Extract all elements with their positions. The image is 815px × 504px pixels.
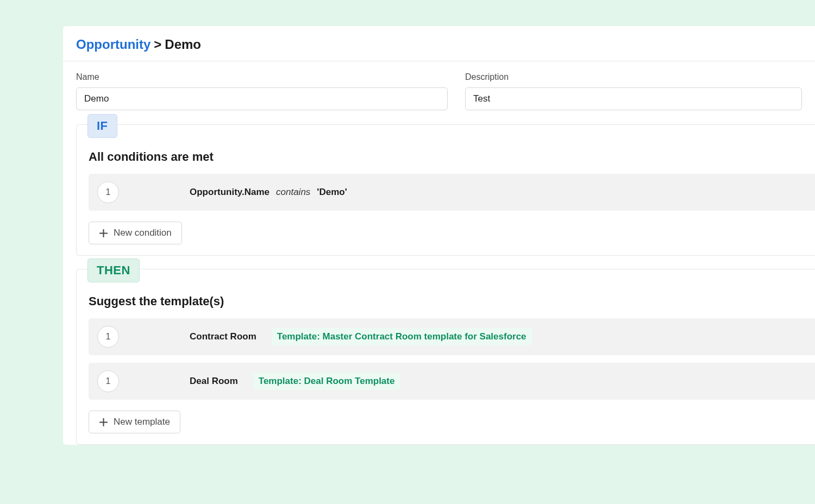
condition-field: Opportunity.Name (190, 187, 269, 198)
if-section: IF All conditions are met 1 Opportunity.… (76, 124, 815, 256)
name-input[interactable] (76, 87, 448, 110)
template-content: Deal Room Template: Deal Room Template (129, 373, 400, 390)
plus-icon (99, 229, 108, 238)
template-row[interactable]: 1 Deal Room Template: Deal Room Template (89, 363, 815, 400)
condition-operator: contains (276, 187, 310, 198)
condition-index: 1 (97, 181, 119, 203)
new-condition-label: New condition (114, 228, 172, 238)
header: Opportunity > Demo (63, 26, 815, 61)
plus-icon (99, 418, 108, 427)
template-index: 1 (97, 370, 119, 392)
name-label: Name (76, 72, 448, 82)
breadcrumb-root-link[interactable]: Opportunity (76, 37, 151, 52)
template-content: Contract Room Template: Master Contract … (129, 328, 532, 345)
template-chip: Template: Master Contract Room template … (272, 328, 532, 345)
template-row[interactable]: 1 Contract Room Template: Master Contrac… (89, 318, 815, 355)
description-label: Description (465, 72, 802, 82)
description-field-group: Description (465, 72, 802, 110)
fields-row: Name Description (63, 61, 815, 124)
if-title: All conditions are met (89, 150, 815, 164)
template-room: Contract Room (190, 331, 256, 342)
breadcrumb-separator: > (154, 37, 161, 52)
if-badge: IF (87, 114, 117, 138)
breadcrumb: Opportunity > Demo (76, 37, 802, 52)
condition-content: Opportunity.Name contains 'Demo' (129, 187, 347, 198)
template-room: Deal Room (190, 376, 238, 387)
condition-value: 'Demo' (317, 187, 347, 198)
description-input[interactable] (465, 87, 802, 110)
breadcrumb-current: Demo (165, 37, 201, 52)
then-section: THEN Suggest the template(s) 1 Contract … (76, 269, 815, 445)
new-condition-button[interactable]: New condition (89, 222, 182, 244)
rule-editor-card: Opportunity > Demo Name Description IF A… (63, 26, 815, 445)
new-template-label: New template (114, 417, 170, 427)
then-badge: THEN (87, 259, 140, 282)
template-chip: Template: Deal Room Template (253, 373, 400, 390)
name-field-group: Name (76, 72, 448, 110)
condition-row[interactable]: 1 Opportunity.Name contains 'Demo' (89, 174, 815, 211)
template-index: 1 (97, 326, 119, 348)
new-template-button[interactable]: New template (89, 411, 180, 433)
then-title: Suggest the template(s) (89, 294, 815, 308)
